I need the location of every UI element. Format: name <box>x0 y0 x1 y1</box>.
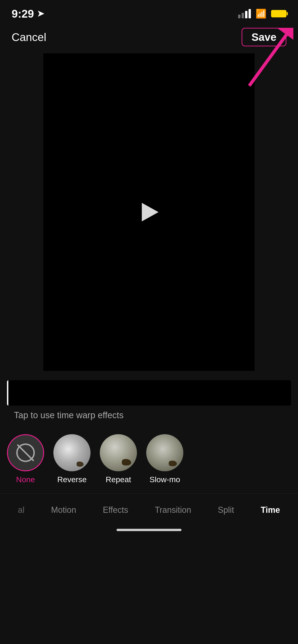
home-bar <box>117 529 181 531</box>
bottom-nav: al Motion Effects Transition Split Time <box>0 493 298 522</box>
effect-none[interactable]: None <box>7 434 44 484</box>
status-icons: 📶 <box>238 8 286 19</box>
nav-item-split[interactable]: Split <box>213 503 239 517</box>
status-bar: 9:29 ➤ 📶 <box>0 0 298 23</box>
effect-none-circle <box>7 434 44 471</box>
nav-item-effects[interactable]: Effects <box>98 503 133 517</box>
nav-item-transition[interactable]: Transition <box>150 503 196 517</box>
effect-slowmo-label: Slow-mo <box>149 475 180 484</box>
effect-reverse-circle <box>53 434 91 471</box>
play-button[interactable] <box>140 203 158 222</box>
effect-repeat-circle <box>100 434 137 471</box>
effect-none-label: None <box>16 475 35 484</box>
timeline-strip[interactable] <box>7 380 291 406</box>
effect-slowmo[interactable]: Slow-mo <box>146 434 183 484</box>
effect-slowmo-circle <box>146 434 183 471</box>
timeline-area: Tap to use time warp effects <box>0 371 298 425</box>
cancel-button[interactable]: Cancel <box>12 31 46 44</box>
effect-reverse[interactable]: Reverse <box>53 434 91 484</box>
effect-repeat[interactable]: Repeat <box>100 434 137 484</box>
nav-item-al[interactable]: al <box>13 503 29 517</box>
time-label: 9:29 <box>12 8 34 20</box>
battery-icon <box>271 10 286 18</box>
nav-item-time[interactable]: Time <box>256 503 284 517</box>
video-preview[interactable] <box>43 53 255 371</box>
status-time: 9:29 ➤ <box>12 8 44 20</box>
signal-bars-icon <box>238 9 251 18</box>
home-indicator <box>0 522 298 538</box>
top-bar: Cancel Save <box>0 23 298 53</box>
effect-repeat-label: Repeat <box>106 475 131 484</box>
effect-reverse-label: Reverse <box>57 475 87 484</box>
tap-hint: Tap to use time warp effects <box>7 406 291 420</box>
save-button[interactable]: Save <box>242 28 286 46</box>
wifi-icon: 📶 <box>255 8 266 19</box>
none-icon <box>16 444 35 462</box>
location-icon: ➤ <box>37 9 44 18</box>
nav-item-motion[interactable]: Motion <box>47 503 81 517</box>
effects-row: None Reverse Repeat Slow-mo <box>0 425 298 484</box>
play-icon <box>142 203 159 222</box>
